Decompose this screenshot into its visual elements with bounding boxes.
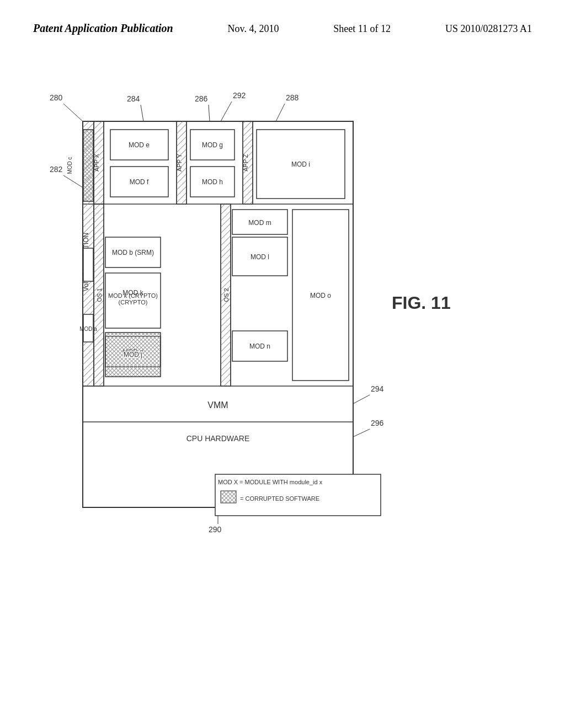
svg-text:286: 286 <box>195 94 208 103</box>
svg-text:APP Z: APP Z <box>242 154 249 172</box>
svg-text:MOD h: MOD h <box>202 178 223 186</box>
svg-text:294: 294 <box>371 384 384 393</box>
svg-text:MOD g: MOD g <box>202 141 223 149</box>
svg-text:280: 280 <box>50 93 63 102</box>
svg-rect-70 <box>83 130 93 201</box>
svg-text:MOD f: MOD f <box>130 178 149 186</box>
svg-text:MOD i: MOD i <box>291 160 310 168</box>
svg-text:OS 2: OS 2 <box>223 288 230 302</box>
svg-line-109 <box>209 105 210 121</box>
svg-text:MOD a: MOD a <box>79 326 97 332</box>
svg-text:288: 288 <box>286 93 299 102</box>
svg-rect-74 <box>83 248 93 281</box>
svg-text:296: 296 <box>371 419 384 427</box>
svg-text:MOD l: MOD l <box>250 253 269 261</box>
svg-text:MOD k: MOD k <box>122 289 143 297</box>
svg-text:MOD j: MOD j <box>124 351 142 358</box>
svg-line-105 <box>63 175 83 188</box>
svg-text:290: 290 <box>209 525 222 534</box>
svg-text:MOD b (SRM): MOD b (SRM) <box>112 249 154 256</box>
svg-text:FIG. 11: FIG. 11 <box>392 293 451 313</box>
publication-title: Patent Application Publication <box>33 22 173 35</box>
main-diagram-svg: VoIP APPLICATION OS 1 OS 2 APP X APP Y A… <box>33 77 452 585</box>
svg-text:MOD n: MOD n <box>249 342 270 350</box>
svg-text:MOD c: MOD c <box>67 157 73 174</box>
svg-text:= CORRUPTED SOFTWARE: = CORRUPTED SOFTWARE <box>240 495 319 502</box>
svg-line-111 <box>276 104 285 121</box>
svg-text:MOD o: MOD o <box>310 292 331 299</box>
svg-rect-122 <box>221 491 236 503</box>
svg-text:OS 1: OS 1 <box>96 288 103 302</box>
svg-text:VMM: VMM <box>207 400 228 410</box>
svg-text:APP X: APP X <box>93 153 100 172</box>
svg-text:(CRYPTO): (CRYPTO) <box>119 299 148 306</box>
svg-text:APP Y: APP Y <box>176 153 183 172</box>
svg-line-113 <box>221 101 232 121</box>
page-header: Patent Application Publication Nov. 4, 2… <box>0 22 565 35</box>
svg-text:284: 284 <box>127 94 140 103</box>
svg-line-107 <box>141 105 143 121</box>
svg-text:MOD m: MOD m <box>248 219 271 227</box>
svg-text:282: 282 <box>50 165 63 174</box>
svg-line-117 <box>353 395 370 404</box>
svg-text:MOD X = MODULE WITH module_id : MOD X = MODULE WITH module_id x <box>218 479 323 485</box>
svg-text:CPU HARDWARE: CPU HARDWARE <box>186 434 250 443</box>
svg-text:MOD e: MOD e <box>129 141 150 149</box>
svg-text:292: 292 <box>233 91 246 100</box>
svg-line-119 <box>353 429 370 437</box>
publication-date: Nov. 4, 2010 <box>228 23 279 35</box>
patent-number: US 2010/0281273 A1 <box>445 23 532 35</box>
sheet-info: Sheet 11 of 12 <box>333 23 391 35</box>
svg-line-103 <box>63 104 83 121</box>
